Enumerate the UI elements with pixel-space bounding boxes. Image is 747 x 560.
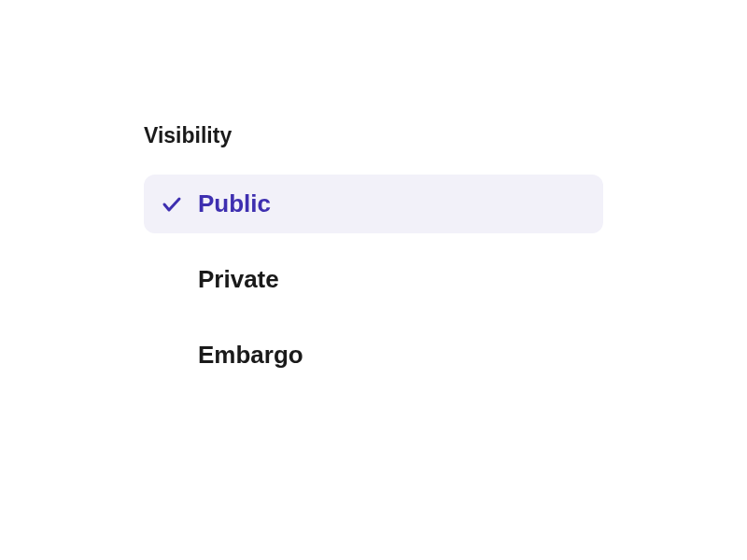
option-label: Embargo (198, 341, 303, 370)
option-label: Public (198, 189, 271, 218)
visibility-option-public[interactable]: Public (144, 175, 603, 233)
check-icon (161, 193, 183, 216)
visibility-option-list: Public Private Embargo (144, 175, 603, 385)
visibility-option-private[interactable]: Private (144, 250, 603, 309)
visibility-title: Visibility (144, 123, 603, 148)
visibility-option-embargo[interactable]: Embargo (144, 326, 603, 385)
option-label: Private (198, 265, 279, 294)
